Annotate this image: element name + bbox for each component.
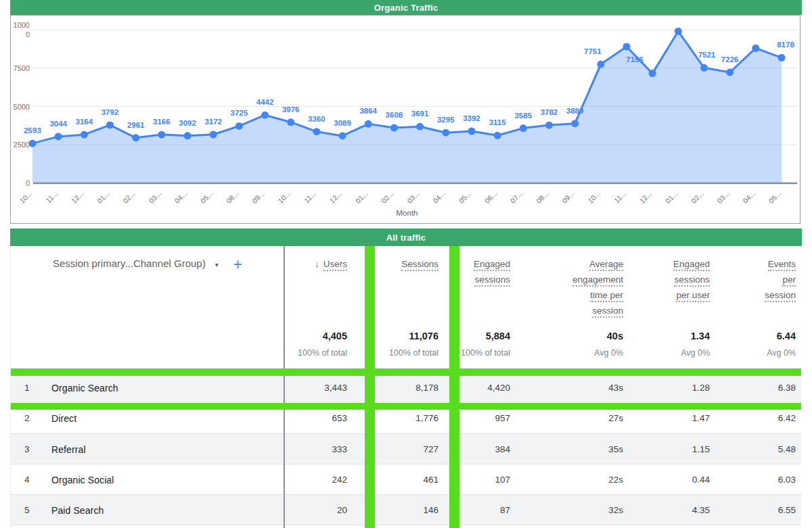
data-point <box>649 70 656 77</box>
column-header-label: Engaged <box>474 259 510 271</box>
data-point <box>778 54 786 62</box>
column-header-line: sessions <box>459 272 510 287</box>
cell-avg-engagement-time: 43s <box>525 373 629 403</box>
data-point-label: 3608 <box>386 111 403 119</box>
column-header-line: per <box>715 272 796 287</box>
column-header-line: ↓Users <box>284 256 347 272</box>
table-row[interactable]: 3Referral33372738435s1.155.48 <box>11 433 801 464</box>
organic-traffic-titlebar: Organic Traffic <box>10 0 802 15</box>
totals-subtext: Avg 0% <box>681 348 710 358</box>
cell-events-per-session: 5.48 <box>715 434 801 464</box>
x-tick-label: 12... <box>328 189 344 205</box>
row-number: 4 <box>24 464 30 495</box>
data-point <box>29 140 37 147</box>
column-header-events-per-session[interactable]: Eventspersession <box>715 246 801 303</box>
all-traffic-table: Session primary...Channel Group) ▾ + ↓Us… <box>10 246 801 528</box>
table-row[interactable]: 4Organic Social24246110722s0.446.03 <box>11 464 801 495</box>
channel-name: Organic Social <box>51 464 114 495</box>
column-header-label: per user <box>676 290 710 302</box>
y-tick-label: 2500 <box>14 141 30 149</box>
row-number: 5 <box>24 495 30 525</box>
cell-avg-engagement-time: 32s <box>525 495 629 525</box>
y-tick-label: 0 <box>26 179 30 187</box>
data-point <box>494 132 501 139</box>
data-point <box>675 28 682 35</box>
x-tick-label: 01... <box>664 189 679 205</box>
data-point <box>390 124 398 132</box>
data-point <box>287 118 294 126</box>
x-tick-label: 03... <box>405 189 421 205</box>
data-point-label: 4442 <box>256 98 274 106</box>
data-point <box>365 120 372 128</box>
data-point-label: 3166 <box>153 118 171 126</box>
add-dimension-button[interactable]: + <box>233 258 242 271</box>
dimension-selector[interactable]: Session primary...Channel Group) ▾ + <box>11 246 284 271</box>
column-header-sessions[interactable]: Sessions <box>375 246 449 272</box>
table-row-partial <box>11 525 801 528</box>
cell-engaged-sessions-per-user: 0.44 <box>629 464 715 495</box>
y-tick-label: 7500 <box>14 64 30 72</box>
data-point-label: 3691 <box>411 110 429 118</box>
column-header-line: time per <box>525 287 623 303</box>
table-row[interactable]: 1Organic Search3,4438,1784,42043s1.286.3… <box>11 373 801 403</box>
line-chart: 0250050007500100002593304431643792296131… <box>11 16 800 223</box>
cell-events-per-session: 6.55 <box>715 495 801 525</box>
x-tick-label: 09... <box>250 189 266 205</box>
data-point-label: 3792 <box>102 108 119 116</box>
table-title: All traffic <box>386 233 426 243</box>
totals-value: 6.44 <box>777 331 796 341</box>
row-number: 1 <box>24 373 30 403</box>
data-point-label: 7521 <box>698 51 716 59</box>
totals-value: 40s <box>607 331 623 341</box>
sort-descending-icon[interactable]: ↓ <box>315 259 319 269</box>
cell-events-per-session: 6.38 <box>715 373 801 403</box>
totals-value: 5,884 <box>486 331 510 341</box>
column-divider <box>284 246 285 528</box>
x-tick-label: 07... <box>509 189 524 205</box>
dimension-label[interactable]: Session primary...Channel Group) <box>53 258 206 269</box>
cell-engaged-sessions: 384 <box>459 434 525 464</box>
x-tick-label: 02... <box>380 189 395 205</box>
column-header-engaged-sessions[interactable]: Engagedsessions <box>459 246 525 287</box>
cell-engaged-sessions-per-user: 1.15 <box>629 434 715 464</box>
data-point <box>597 61 604 68</box>
x-tick-label: 02... <box>690 189 705 205</box>
column-header-users[interactable]: ↓Users <box>284 246 365 272</box>
column-header-label: sessions <box>674 274 710 287</box>
x-tick-label: 08... <box>535 189 550 205</box>
column-header-line: session <box>715 287 796 303</box>
data-point <box>700 64 708 72</box>
column-header-label: per <box>782 274 796 287</box>
x-tick-label: 08... <box>225 189 240 205</box>
chevron-down-icon[interactable]: ▾ <box>215 261 219 268</box>
chart-title: Organic Traffic <box>374 3 438 13</box>
table-row[interactable]: 5Paid Search201468732s4.356.55 <box>11 494 801 525</box>
column-header-line: per user <box>629 287 710 303</box>
annotation-horizontal-line-top <box>11 368 801 376</box>
data-point-label: 2593 <box>24 126 41 135</box>
annotation-vertical-line-left <box>365 246 375 528</box>
column-header-engaged-sessions-per-user[interactable]: Engagedsessionsper user <box>629 246 715 303</box>
totals-engaged-sessions: 5,884100% of total <box>459 321 525 373</box>
data-point-label: 3585 <box>514 112 532 120</box>
x-tick-label: 04... <box>173 189 189 205</box>
cell-users: 333 <box>284 434 365 464</box>
cell-engaged-sessions-per-user: 1.28 <box>629 373 715 403</box>
data-point <box>55 133 62 140</box>
column-header-avg-engagement-time[interactable]: Averageengagementtime persession <box>525 246 629 318</box>
data-point-label: 7156 <box>626 55 644 64</box>
data-point-label: 3725 <box>231 109 248 117</box>
y-tick-label: 10000 <box>14 21 30 39</box>
column-header-line: Events <box>715 256 796 272</box>
data-point-label: 2961 <box>127 121 145 129</box>
x-tick-label: 01... <box>95 189 111 205</box>
column-header-label: engagement <box>572 274 623 287</box>
x-tick-label: 10... <box>18 189 33 205</box>
cell-users: 20 <box>284 495 365 525</box>
totals-avg-engagement-time: 40sAvg 0% <box>525 321 629 373</box>
data-point-label: 3864 <box>359 107 377 115</box>
column-header-label: Events <box>768 259 796 271</box>
x-tick-label: 12... <box>638 189 654 205</box>
x-tick-label: 02... <box>121 189 137 205</box>
cell-users: 3,443 <box>284 373 365 403</box>
